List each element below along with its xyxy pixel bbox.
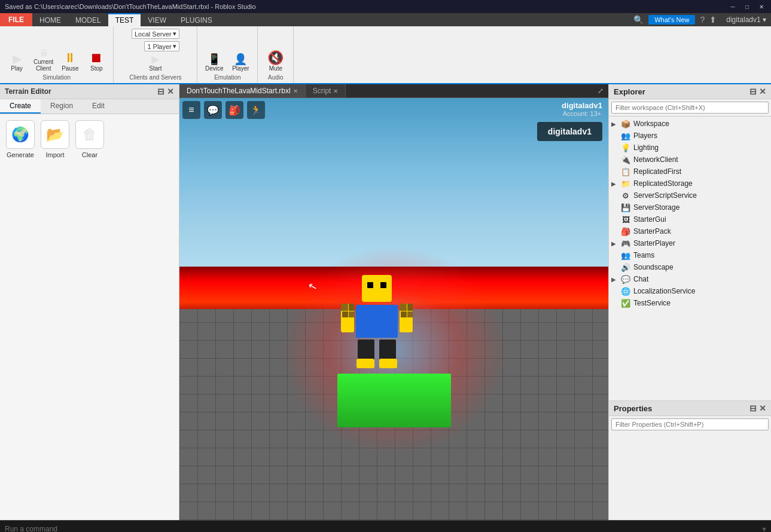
- command-expand-arrow[interactable]: ▾: [762, 524, 766, 533]
- chat-icon[interactable]: 💬: [204, 101, 222, 119]
- terrain-tab-edit[interactable]: Edit: [83, 99, 114, 114]
- terrain-editor-panel: Terrain Editor ⊟ ✕ Create Region Edit 🌍 …: [0, 84, 179, 520]
- mute-button[interactable]: 🔇 Mute: [264, 50, 288, 73]
- workspace-arrow: ▶: [611, 121, 620, 127]
- viewport: Don'tTouchTheLavaMidStart.rbxl ✕ Script …: [179, 84, 608, 520]
- terrain-tab-region[interactable]: Region: [41, 99, 83, 114]
- import-icon-box: 📂: [41, 120, 69, 149]
- script-tab-label: Script: [313, 87, 331, 95]
- emotes-icon[interactable]: 🏃: [247, 101, 265, 119]
- tree-item-serverscriptservice[interactable]: ⚙ ServerScriptService: [609, 189, 771, 201]
- minimize-button[interactable]: ─: [728, 2, 738, 11]
- ingame-account-label: Account: 13+: [562, 110, 602, 117]
- tree-item-teams[interactable]: 👥 Teams: [609, 249, 771, 261]
- properties-close-button[interactable]: ✕: [759, 403, 766, 413]
- share-icon[interactable]: ⬆: [709, 15, 717, 25]
- terrain-close-button[interactable]: ✕: [167, 87, 174, 96]
- player-button[interactable]: 👤 Player: [228, 53, 252, 73]
- tree-item-starterpack[interactable]: 🎒 StarterPack: [609, 225, 771, 237]
- current-client-button[interactable]: 🖥 CurrentClient: [31, 47, 56, 73]
- character-eye-left: [367, 282, 373, 288]
- generate-label: Generate: [7, 151, 34, 158]
- clear-tool[interactable]: 🗑 Clear: [75, 120, 104, 158]
- stop-button[interactable]: ⏹ Stop: [84, 50, 108, 73]
- tree-item-replicatedstorage[interactable]: ▶ 📁 ReplicatedStorage: [609, 178, 771, 189]
- maximize-button[interactable]: □: [742, 2, 752, 11]
- players-chevron: ▾: [173, 42, 176, 50]
- ribbon-tab-model[interactable]: MODEL: [68, 13, 108, 26]
- tree-item-players[interactable]: 👥 Players: [609, 130, 771, 142]
- properties-pin-button[interactable]: ⊟: [749, 403, 757, 413]
- foot-left: [356, 359, 374, 368]
- tree-item-localizationservice[interactable]: 🌐 LocalizationService: [609, 285, 771, 297]
- play-icon: ▶: [13, 53, 22, 65]
- explorer-controls: ⊟ ✕: [749, 87, 766, 96]
- local-server-chevron: ▾: [173, 30, 176, 38]
- serverscriptservice-label: ServerScriptService: [633, 191, 697, 200]
- teams-icon: 👥: [621, 250, 630, 260]
- tree-item-chat[interactable]: ▶ 💬 Chat: [609, 273, 771, 285]
- ribbon-tab-home[interactable]: HOME: [32, 13, 68, 26]
- explorer-search-area: [609, 99, 771, 117]
- inventory-icon[interactable]: 🎒: [225, 101, 243, 119]
- explorer-close-button[interactable]: ✕: [759, 87, 766, 96]
- start-button[interactable]: ▶ Start: [144, 53, 167, 73]
- properties-search-input[interactable]: [611, 418, 769, 430]
- tree-item-starterplayer[interactable]: ▶ 🎮 StarterPlayer: [609, 237, 771, 249]
- starterplayer-icon: 🎮: [621, 239, 630, 248]
- tree-item-serverstorage[interactable]: 💾 ServerStorage: [609, 201, 771, 213]
- window-controls: ─ □ ✕: [728, 2, 766, 11]
- script-tab-close[interactable]: ✕: [333, 88, 338, 94]
- explorer-search-input[interactable]: [611, 102, 769, 114]
- testservice-label: TestService: [633, 299, 671, 307]
- terrain-tab-create[interactable]: Create: [0, 99, 41, 114]
- players-dropdown[interactable]: 1 Player ▾: [144, 41, 179, 51]
- ribbon-tab-view[interactable]: VIEW: [141, 13, 173, 26]
- pause-button[interactable]: ⏸ Pause: [58, 50, 82, 73]
- terrain-tools-area: 🌍 Generate 📂 Import 🗑 Clear: [0, 114, 179, 164]
- tree-item-networkclient[interactable]: 🔌 NetworkClient: [609, 154, 771, 166]
- user-menu[interactable]: digitaladv1 ▾: [721, 16, 771, 24]
- soundscape-label: Soundscape: [633, 263, 674, 271]
- tree-item-workspace[interactable]: ▶ 📦 Workspace: [609, 118, 771, 130]
- whats-new-button[interactable]: What's New: [648, 15, 695, 25]
- green-platform: [337, 374, 451, 427]
- ingame-button[interactable]: digitaladv1: [537, 122, 602, 141]
- ribbon-tab-test[interactable]: TEST: [108, 13, 141, 26]
- chat-arrow: ▶: [611, 276, 620, 283]
- tree-item-lighting[interactable]: 💡 Lighting: [609, 142, 771, 154]
- localization-icon: 🌐: [621, 286, 630, 296]
- explorer-pin-button[interactable]: ⊟: [749, 87, 757, 96]
- character-svg: [341, 275, 413, 371]
- local-server-dropdown[interactable]: Local Server ▾: [132, 29, 179, 39]
- close-button[interactable]: ✕: [757, 2, 766, 11]
- tree-item-startergui[interactable]: 🖼 StarterGui: [609, 213, 771, 225]
- main-tab-close[interactable]: ✕: [293, 88, 298, 94]
- game-viewport[interactable]: ↖ ≡ 💬 🎒 🏃 digitaladv1 Account: 13+ digit…: [179, 98, 608, 520]
- tree-item-soundscape[interactable]: 🔊 Soundscape: [609, 261, 771, 273]
- viewport-tab-main[interactable]: Don'tTouchTheLavaMidStart.rbxl ✕: [179, 84, 306, 97]
- ribbon-tab-plugins[interactable]: PLUGINS: [173, 13, 220, 26]
- tree-item-testservice[interactable]: ✅ TestService: [609, 297, 771, 309]
- brick1: [341, 304, 348, 311]
- explorer-header: Explorer ⊟ ✕: [609, 84, 771, 99]
- file-menu-button[interactable]: FILE: [0, 13, 32, 26]
- terrain-tab-strip: Create Region Edit: [0, 99, 179, 114]
- ribbon-group-simulation: ▶ Play 🖥 CurrentClient ⏸ Pause ⏹ Stop Si…: [0, 26, 114, 83]
- brick6: [407, 304, 413, 311]
- play-button[interactable]: ▶ Play: [5, 51, 29, 73]
- character-torso: [356, 305, 398, 338]
- startergui-label: StarterGui: [633, 215, 666, 224]
- serverscriptservice-icon: ⚙: [621, 191, 630, 200]
- tree-item-replicatedfirst[interactable]: 📋 ReplicatedFirst: [609, 166, 771, 178]
- import-tool[interactable]: 📂 Import: [41, 120, 69, 158]
- device-button[interactable]: 📱 Device: [202, 53, 226, 73]
- terrain-pin-button[interactable]: ⊟: [157, 87, 164, 96]
- command-input[interactable]: [5, 525, 762, 533]
- viewport-tab-script[interactable]: Script ✕: [306, 84, 346, 97]
- menu-icon[interactable]: ≡: [182, 101, 200, 119]
- help-icon[interactable]: ?: [700, 15, 705, 25]
- expand-button[interactable]: ⤢: [593, 84, 608, 97]
- generate-tool[interactable]: 🌍 Generate: [6, 120, 35, 158]
- starterplayer-arrow: ▶: [611, 240, 620, 247]
